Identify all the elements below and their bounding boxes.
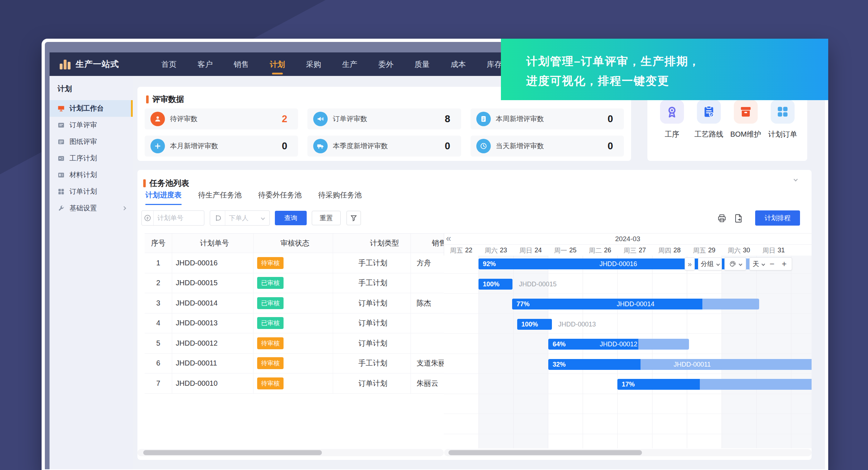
table-row[interactable]: 7JHDD-00010待审核订单计划朱丽云 — [145, 373, 444, 394]
task-pool-card: 任务池列表 计划进度表待生产任务池待委外任务池待采购任务池 — [137, 170, 812, 460]
gantt-scale-zoom-group[interactable]: 天−+ — [749, 257, 792, 270]
tab-待生产任务池[interactable]: 待生产任务池 — [198, 190, 242, 205]
status-badge: 已审核 — [257, 317, 284, 329]
sidebar-item-基础设置[interactable]: 基础设置 — [50, 200, 133, 217]
tab-计划进度表[interactable]: 计划进度表 — [145, 190, 182, 205]
nav-item-label: 质量 — [414, 60, 430, 68]
nav-item-成本[interactable]: 成本 — [440, 52, 476, 76]
gantt-controls: »分组天−+ — [444, 257, 812, 270]
nav-item-首页[interactable]: 首页 — [151, 52, 187, 76]
tab-待采购任务池[interactable]: 待采购任务池 — [318, 190, 362, 205]
plan-schedule-button[interactable]: 计划排程 — [755, 210, 800, 226]
weekend-column-shade — [722, 256, 756, 448]
gantt-gridline — [652, 256, 652, 448]
plan-no-input[interactable] — [154, 214, 204, 222]
gantt-bar-label: JHDD-00012 — [548, 339, 689, 350]
stat-card-当天新增评审数: 当天新增评审数0 — [471, 136, 624, 157]
sales-cell: 陈杰 — [411, 293, 444, 313]
table-row[interactable]: 1JHDD-00016待审核手工计划方舟 — [145, 253, 444, 273]
gantt-group-button[interactable]: 分组 — [698, 257, 722, 270]
gantt-bar-JHDD-00013[interactable]: 100%JHDD-00013 — [517, 319, 552, 330]
sidebar-item-订单评审[interactable]: 订单评审 — [50, 117, 133, 133]
gantt-bar-JHDD-00012[interactable]: 64%JHDD-00012 — [548, 339, 689, 350]
table-row[interactable]: 2JHDD-00015已审核手工计划 — [145, 273, 444, 294]
sidebar-item-材料计划[interactable]: 材料计划 — [50, 167, 133, 183]
gantt-day-label: 周六23 — [478, 245, 513, 256]
gantt-color-button[interactable] — [724, 257, 746, 270]
table-row[interactable]: 6JHDD-00011待审核手工计划支道朱丽 — [145, 354, 444, 374]
archive-icon — [734, 100, 758, 124]
nav-item-客户[interactable]: 客户 — [187, 52, 223, 76]
gantt-day-row: 周五22周六23周日24周一25周二26周三27周四28周五29周六30周日31 — [444, 245, 812, 256]
collapse-panel-icon[interactable] — [794, 176, 797, 182]
stat-label: 订单评审数 — [333, 114, 444, 124]
table-row[interactable]: 4JHDD-00013已审核订单计划 — [145, 313, 444, 334]
nav-item-采购[interactable]: 采购 — [295, 52, 332, 76]
quick-link-工艺路线[interactable]: 工艺路线 — [691, 100, 727, 139]
order-plan-icon — [58, 188, 65, 195]
nav-item-生产[interactable]: 生产 — [332, 52, 368, 76]
sidebar-item-图纸评审[interactable]: 图纸评审 — [50, 133, 133, 150]
table-row[interactable]: 5JHDD-00012待审核订单计划 — [145, 333, 444, 354]
nav-item-label: 成本 — [451, 60, 466, 68]
gantt-chart: 92%JHDD-00016100%JHDD-0001577%JHDD-00014… — [444, 256, 812, 448]
table-toolbar: 下单人 查询 重置 — [141, 210, 804, 226]
gantt-expand-button[interactable]: » — [685, 257, 695, 270]
orderer-select[interactable]: 下单人 — [210, 210, 270, 226]
plan-no-cell: JHDD-00016 — [172, 253, 254, 273]
reset-button[interactable]: 重置 — [312, 211, 341, 225]
month-new-icon — [150, 139, 165, 153]
print-icon[interactable] — [717, 213, 727, 223]
gantt-day-label: 周日24 — [513, 245, 548, 256]
status-cell: 待审核 — [254, 333, 333, 353]
nav-item-销售[interactable]: 销售 — [223, 52, 259, 76]
filter-icon[interactable] — [346, 211, 361, 225]
out-of-range-shade — [791, 256, 812, 448]
gantt-hscroll-thumb[interactable] — [448, 450, 642, 455]
pending-review-icon — [150, 112, 165, 126]
plan-no-input-wrap — [141, 210, 204, 226]
status-badge: 待审核 — [257, 257, 284, 269]
gantt-bar-JHDD-00015[interactable]: 100%JHDD-00015 — [478, 279, 512, 290]
quick-link-计划订单[interactable]: 计划订单 — [765, 100, 801, 139]
nav-item-label: 首页 — [161, 60, 176, 68]
week-new-icon — [476, 112, 491, 126]
sidebar-item-订单计划[interactable]: 订单计划 — [50, 183, 133, 200]
sidebar-item-label: 基础设置 — [69, 204, 97, 213]
sidebar-item-工序计划[interactable]: 工序计划 — [50, 150, 133, 167]
gantt-gridline — [617, 256, 618, 448]
gantt-bar[interactable]: 17% — [617, 379, 812, 390]
stat-value: 0 — [445, 141, 450, 152]
zoom-out-icon[interactable]: − — [767, 259, 776, 269]
gantt-row-line — [444, 394, 812, 394]
nav-item-label: 库存 — [487, 60, 502, 68]
gantt-bar-label: JHDD-00014 — [512, 299, 759, 309]
sidebar-item-label: 订单计划 — [69, 187, 97, 196]
nav-item-质量[interactable]: 质量 — [404, 52, 440, 76]
type-cell: 手工计划 — [333, 253, 411, 273]
gantt-bar-JHDD-00014[interactable]: 77%JHDD-00014 — [512, 299, 759, 309]
zoom-in-icon[interactable]: + — [780, 259, 789, 269]
quick-link-BOM维护[interactable]: BOM维护 — [728, 100, 764, 139]
seq-cell: 6 — [145, 354, 172, 373]
gantt-row-line — [444, 373, 812, 374]
nav-item-委外[interactable]: 委外 — [368, 52, 404, 76]
quick-link-工序[interactable]: 工序 — [654, 100, 690, 139]
section-accent-bar — [143, 179, 146, 187]
plan-no-field-icon — [142, 211, 154, 225]
quick-link-label: BOM维护 — [730, 129, 761, 139]
table-row[interactable]: 3JHDD-00014已审核订单计划陈杰 — [145, 293, 444, 313]
sidebar-item-计划工作台[interactable]: 计划工作台 — [50, 100, 133, 117]
gantt-bar-JHDD-00011[interactable]: 32%JHDD-00011 — [548, 359, 812, 370]
nav-item-label: 生产 — [342, 60, 357, 68]
tab-待委外任务池[interactable]: 待委外任务池 — [258, 190, 302, 205]
query-button[interactable]: 查询 — [275, 211, 307, 225]
gantt-bar-percent: 17% — [622, 379, 635, 390]
nav-item-计划[interactable]: 计划 — [259, 52, 295, 76]
material-plan-icon — [58, 171, 65, 179]
sales-cell — [411, 273, 444, 293]
table-hscroll-thumb[interactable] — [143, 450, 322, 455]
stat-card-订单评审数: 订单评审数8 — [307, 108, 461, 129]
tab-label: 计划进度表 — [145, 191, 182, 199]
export-file-icon[interactable] — [733, 213, 744, 223]
